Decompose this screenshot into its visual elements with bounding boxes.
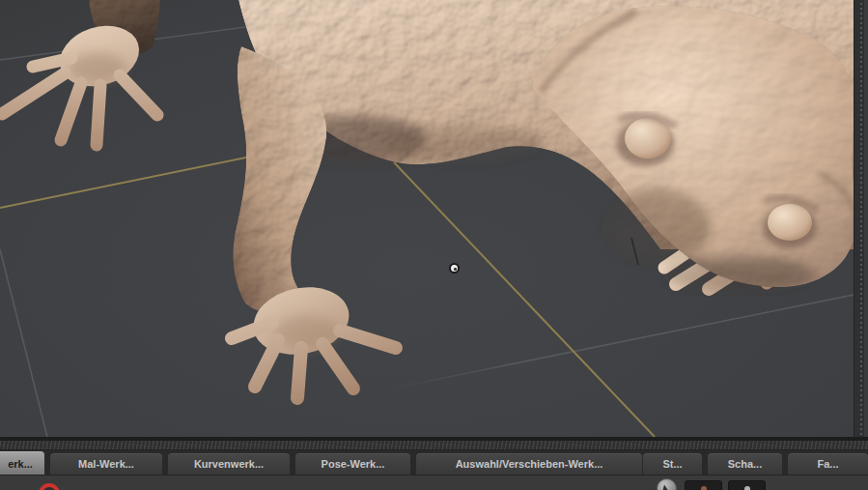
grip-dots-texture bbox=[859, 2, 863, 435]
viewport-canvas bbox=[0, 0, 868, 437]
tool-tray-tab[interactable]: St... bbox=[643, 453, 702, 475]
tool-tray-tab-row: erk...Mal-Werk...Kurvenwerk...Pose-Werk.… bbox=[0, 451, 868, 475]
tool-button-brown[interactable] bbox=[685, 480, 722, 490]
right-eye-dome bbox=[768, 204, 812, 241]
tool-tray-tab[interactable]: Fa... bbox=[788, 453, 868, 475]
view-sphere-icon[interactable] bbox=[657, 478, 677, 490]
tool-button-gray[interactable] bbox=[728, 480, 766, 490]
status-row bbox=[0, 475, 868, 490]
right-panel-grip[interactable] bbox=[854, 0, 868, 437]
tool-tray-tab[interactable]: Auswahl/Verschieben-Werk... bbox=[416, 453, 642, 475]
sculpt-viewport[interactable] bbox=[0, 0, 868, 437]
tool-tray-tabs-left: erk...Mal-Werk...Kurvenwerk...Pose-Werk.… bbox=[0, 451, 642, 475]
tool-tray-tab[interactable]: Kurvenwerk... bbox=[168, 453, 290, 475]
tool-tray-tab[interactable]: Scha... bbox=[708, 453, 782, 475]
grip-edge bbox=[864, 0, 868, 437]
tool-tray-tabs-right: St...Scha...Fa... bbox=[643, 451, 868, 475]
view-sphere-glyph bbox=[662, 484, 671, 490]
tool-tray-panel: erk...Mal-Werk...Kurvenwerk...Pose-Werk.… bbox=[0, 437, 868, 490]
left-eye-dome bbox=[625, 118, 671, 159]
tray-resize-handle[interactable] bbox=[0, 441, 868, 450]
tool-tray-tab[interactable]: erk... bbox=[0, 451, 44, 475]
red-ring-tool-icon[interactable] bbox=[39, 483, 60, 490]
brush-ring-cursor bbox=[449, 263, 460, 274]
tool-button-gray-glyph bbox=[744, 486, 750, 490]
tool-tray-tab[interactable]: Pose-Werk... bbox=[295, 453, 410, 475]
tool-button-brown-glyph bbox=[701, 486, 707, 490]
app-window: erk...Mal-Werk...Kurvenwerk...Pose-Werk.… bbox=[0, 0, 868, 490]
tool-tray-tab[interactable]: Mal-Werk... bbox=[50, 453, 162, 475]
